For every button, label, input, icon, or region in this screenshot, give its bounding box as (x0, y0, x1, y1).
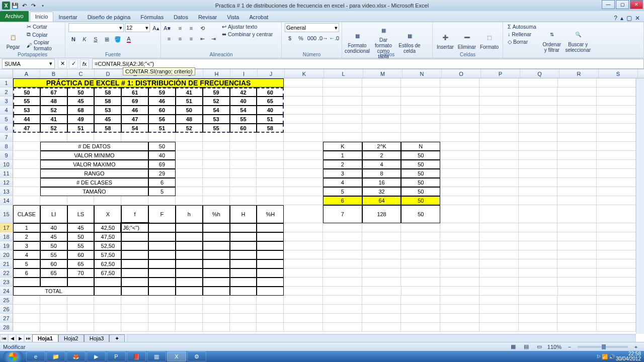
sheet-tab-hoja3[interactable]: Hoja3 (84, 334, 110, 342)
cell[interactable]: 49 (67, 115, 95, 124)
cell[interactable]: CLASE (13, 205, 40, 223)
cell[interactable] (121, 133, 148, 142)
tab-formulas[interactable]: Fórmulas (135, 13, 169, 22)
row-header[interactable]: 9 (0, 151, 13, 160)
view-layout-icon[interactable]: ▤ (521, 342, 531, 352)
format-painter-button[interactable]: 🖌Copiar formato (25, 39, 62, 52)
cell[interactable] (597, 278, 636, 287)
cell[interactable]: 50 (176, 106, 203, 115)
cell[interactable]: 62,50 (94, 259, 121, 268)
cell[interactable]: 51 (148, 124, 176, 133)
cell[interactable] (440, 151, 479, 160)
cell[interactable]: 52 (40, 106, 67, 115)
cell[interactable] (203, 151, 230, 160)
cell[interactable]: F (148, 205, 176, 223)
cell[interactable]: 6 (13, 268, 40, 278)
cell[interactable] (148, 133, 176, 142)
cell[interactable] (597, 178, 636, 187)
cell[interactable] (362, 97, 401, 106)
cell[interactable]: 68 (67, 106, 95, 115)
cell[interactable] (203, 178, 230, 187)
name-box[interactable]: SUMA▾ (2, 59, 55, 69)
cell[interactable] (13, 187, 40, 196)
column-header-B[interactable]: B (40, 69, 67, 78)
cell[interactable]: 69 (148, 160, 176, 169)
cell[interactable] (257, 278, 284, 287)
cell[interactable] (148, 250, 176, 259)
row-header[interactable]: 5 (0, 115, 13, 124)
increase-font-icon[interactable]: A▴ (151, 23, 161, 33)
cell[interactable] (176, 259, 203, 268)
cell[interactable] (284, 323, 323, 332)
cell[interactable] (479, 151, 519, 160)
cell[interactable] (440, 115, 479, 124)
cell[interactable] (13, 196, 40, 205)
cell[interactable] (148, 305, 176, 314)
cell[interactable] (401, 115, 440, 124)
cell[interactable]: N (401, 142, 440, 151)
cell[interactable]: 6 (148, 178, 176, 187)
cell[interactable]: 60 (257, 87, 284, 97)
cell[interactable]: 53 (13, 106, 40, 115)
cell[interactable] (67, 323, 95, 332)
cell[interactable] (13, 133, 40, 142)
cell[interactable]: 60 (148, 106, 176, 115)
cell[interactable] (148, 287, 176, 296)
fx-button[interactable]: fx (80, 59, 89, 68)
cell[interactable]: 50 (67, 87, 95, 97)
cell[interactable]: 50 (401, 169, 440, 178)
cell[interactable] (479, 133, 519, 142)
cell[interactable] (257, 223, 284, 232)
cell[interactable] (230, 232, 257, 241)
cell[interactable] (257, 314, 284, 323)
cell[interactable]: 40 (40, 223, 67, 232)
cell[interactable] (440, 205, 479, 223)
cell[interactable]: J6;"<") (121, 223, 148, 232)
cell[interactable] (362, 305, 401, 314)
cell[interactable] (440, 259, 479, 268)
cell[interactable] (203, 223, 230, 232)
cell[interactable]: PRÁCTICA DE EXCEL # 1: DISTRIBUCIÓN DE F… (13, 78, 284, 87)
cell[interactable] (362, 232, 401, 241)
wrap-text-button[interactable]: ↩Ajustar texto (220, 23, 274, 30)
cell[interactable]: RANGO (40, 169, 148, 178)
cell[interactable] (440, 278, 479, 287)
column-header-J[interactable]: J (258, 69, 285, 78)
cell[interactable] (597, 106, 636, 115)
cell[interactable]: 53 (203, 115, 230, 124)
close-doc-icon[interactable]: ✕ (635, 15, 640, 22)
row-header[interactable]: 21 (0, 259, 13, 268)
cell[interactable] (479, 142, 519, 151)
bold-button[interactable]: N (68, 34, 78, 44)
cell[interactable] (257, 142, 284, 151)
cell[interactable] (257, 196, 284, 205)
cell[interactable] (176, 151, 203, 160)
cell[interactable] (284, 106, 323, 115)
cell[interactable] (557, 232, 597, 241)
cell[interactable] (557, 106, 597, 115)
row-header[interactable]: 28 (0, 323, 13, 332)
tab-revisar[interactable]: Revisar (193, 13, 222, 22)
cell[interactable] (557, 323, 597, 332)
cell[interactable] (401, 232, 440, 241)
cell[interactable] (557, 205, 597, 223)
cell[interactable] (519, 196, 558, 205)
column-header-I[interactable]: I (230, 69, 258, 78)
cell[interactable] (362, 87, 401, 97)
cell[interactable] (67, 196, 95, 205)
row-header[interactable]: 8 (0, 142, 13, 151)
cell[interactable]: 42 (230, 87, 257, 97)
fill-color-button[interactable]: 🪣 (113, 34, 123, 44)
cell[interactable]: 50 (401, 151, 440, 160)
cell[interactable] (597, 314, 636, 323)
cell[interactable] (13, 278, 40, 287)
cell[interactable] (479, 305, 519, 314)
cell[interactable]: 50 (67, 232, 95, 241)
cell[interactable] (284, 133, 323, 142)
align-right-icon[interactable]: ≡ (186, 34, 196, 44)
cell[interactable]: 32 (362, 187, 401, 196)
cell[interactable] (401, 106, 440, 115)
taskbar-media-icon[interactable]: ▶ (87, 351, 106, 361)
cell[interactable] (597, 323, 636, 332)
cell[interactable] (557, 268, 597, 278)
